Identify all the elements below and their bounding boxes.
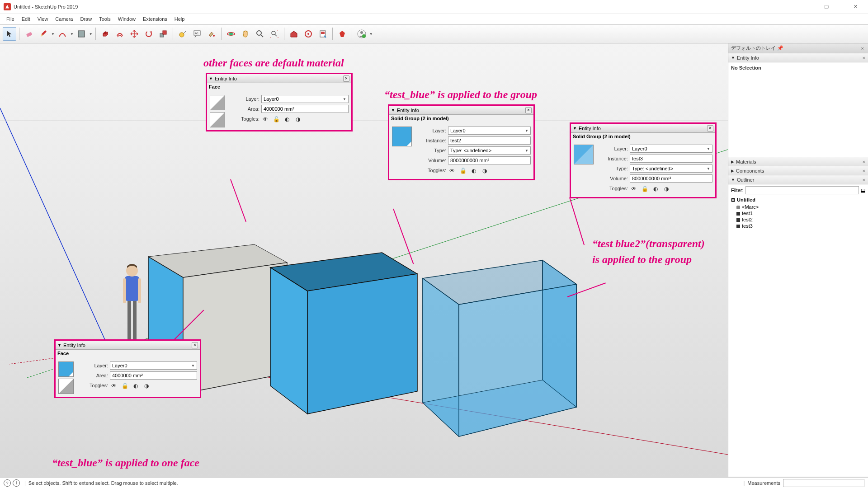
ext-warehouse-tool[interactable] [302,27,315,41]
area-field[interactable] [110,371,197,380]
group-material-swatch[interactable] [574,145,594,164]
close-button[interactable]: ✕ [846,4,864,9]
eraser-tool[interactable] [22,27,36,41]
menu-file[interactable]: File [3,15,18,23]
close-icon[interactable]: × [343,75,349,82]
close-icon[interactable]: × [707,125,713,131]
pencil-tool[interactable]: ▼ [37,27,55,41]
move-tool[interactable] [127,27,141,41]
accordion-components[interactable]: Components [736,168,764,174]
arc-tool[interactable]: ▼ [56,27,74,41]
front-material-swatch[interactable] [58,361,74,377]
cast-toggle[interactable]: ◑ [662,185,670,192]
filter-input[interactable] [745,186,859,194]
hide-toggle[interactable]: 👁 [630,185,638,192]
text-tool[interactable]: A1 [190,27,204,41]
measurements-input[interactable] [783,479,864,487]
entity-info-panel-group-test3[interactable]: ▼Entity Info× Solid Group (2 in model) L… [570,122,717,198]
tape-tool[interactable] [176,27,189,41]
help-icon[interactable]: ? [4,479,11,487]
layer-select[interactable]: Layer0▼ [448,127,531,135]
scale-tool[interactable] [156,27,170,41]
viewport[interactable]: other faces are default material “test_b… [0,43,728,477]
lock-toggle[interactable]: 🔓 [459,167,467,174]
outliner-item-test3[interactable]: test3 [731,223,865,229]
pin-icon[interactable]: 📌 [776,45,785,51]
close-icon[interactable]: × [192,342,198,348]
menu-tools[interactable]: Tools [95,15,114,23]
maximize-button[interactable]: ▢ [817,4,835,9]
info-icon[interactable]: i [13,479,20,487]
close-icon[interactable]: × [860,46,865,51]
measurements-label: Measurements [747,480,780,486]
zoom-extents-tool[interactable] [268,27,281,41]
layer-select[interactable]: Layer0▼ [630,145,712,153]
layer-select[interactable]: Layer0▼ [110,361,197,370]
menu-extensions[interactable]: Extensions [139,15,171,23]
offset-tool[interactable] [113,27,127,41]
instance-field[interactable] [448,136,531,145]
rotate-tool[interactable] [142,27,156,41]
close-icon[interactable]: × [863,159,865,164]
hide-toggle[interactable]: 👁 [261,116,269,123]
svg-rect-1 [78,31,85,37]
warehouse-tool[interactable] [287,27,301,41]
entity-info-panel-group-test2[interactable]: ▼Entity Info× Solid Group (2 in model) L… [388,104,535,180]
ruby-tool[interactable] [335,27,349,41]
layer-select[interactable]: Layer0▼ [261,95,349,103]
menu-camera[interactable]: Camera [52,15,76,23]
menu-view[interactable]: View [34,15,52,23]
entity-info-panel-face-blue[interactable]: ▼Entity Info× Face Layer:Layer0▼ Area: T… [54,339,201,398]
area-field[interactable] [261,105,349,113]
accordion-outliner[interactable]: Outliner [737,177,755,183]
outliner-root[interactable]: Untitled [737,197,755,202]
orbit-tool[interactable] [224,27,238,41]
entity-info-panel-face-default[interactable]: ▼Entity Info× Face Layer:Layer0▼ Area: T… [206,73,353,131]
lock-toggle[interactable]: 🔓 [121,382,129,389]
back-material-swatch[interactable] [210,112,225,127]
layout-tool[interactable] [316,27,330,41]
zoom-tool[interactable] [253,27,267,41]
select-tool[interactable] [3,27,16,41]
paint-tool[interactable] [205,27,218,41]
close-icon[interactable]: × [863,55,865,61]
cast-toggle[interactable]: ◑ [481,167,489,174]
cast-toggle[interactable]: ◑ [142,382,151,389]
shadow-toggle[interactable]: ◐ [470,167,478,174]
accordion-entity-info[interactable]: Entity Info [737,55,759,61]
close-icon[interactable]: × [863,168,865,174]
close-icon[interactable]: × [525,107,532,113]
shape-tool[interactable]: ▼ [75,27,93,41]
accordion-materials[interactable]: Materials [736,159,756,164]
group-material-swatch[interactable] [392,127,412,146]
type-select[interactable]: Type: <undefined>▼ [448,146,531,155]
menu-edit[interactable]: Edit [18,15,34,23]
pushpull-tool[interactable] [99,27,112,41]
close-icon[interactable]: × [863,177,865,183]
front-material-swatch[interactable] [210,95,225,110]
no-selection-label: No Selection [731,65,761,70]
outliner-item-marc[interactable]: <Marc> [731,204,865,210]
minimize-button[interactable]: — [788,4,807,9]
outliner-item-test1[interactable]: test1 [731,210,865,216]
menu-window[interactable]: Window [114,15,139,23]
details-icon[interactable]: ⬓ [861,188,865,193]
volume-field[interactable] [630,174,712,183]
pan-tool[interactable] [239,27,252,41]
hide-toggle[interactable]: 👁 [110,382,118,389]
back-material-swatch[interactable] [58,379,74,394]
lock-toggle[interactable]: 🔓 [641,185,649,192]
menu-draw[interactable]: Draw [76,15,95,23]
user-tool[interactable]: ▼ [355,27,373,41]
cast-toggle[interactable]: ◑ [294,116,302,123]
volume-field[interactable] [448,156,531,164]
shadow-toggle[interactable]: ◐ [651,185,660,192]
outliner-item-test2[interactable]: test2 [731,216,865,223]
type-select[interactable]: Type: <undefined>▼ [630,164,712,173]
menu-help[interactable]: Help [171,15,189,23]
lock-toggle[interactable]: 🔓 [272,116,280,123]
shadow-toggle[interactable]: ◐ [132,382,140,389]
instance-field[interactable] [630,155,712,163]
hide-toggle[interactable]: 👁 [448,167,456,174]
shadow-toggle[interactable]: ◐ [283,116,291,123]
